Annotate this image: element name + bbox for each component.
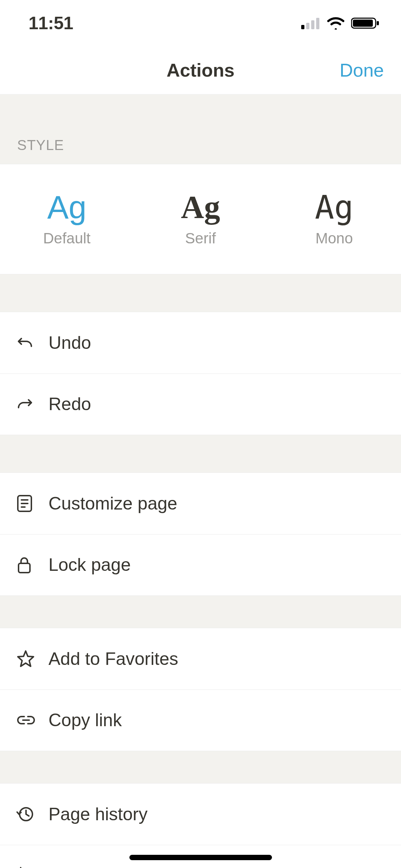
style-label-mono: Mono [315, 230, 353, 247]
undo-label: Undo [48, 332, 91, 353]
show-deleted-label: Show deleted pages [48, 865, 210, 868]
style-label-serif: Serif [185, 230, 216, 247]
restore-icon [16, 867, 48, 868]
star-icon [16, 650, 48, 668]
customize-page-label: Customize page [48, 493, 177, 514]
style-option-default[interactable]: Ag Default [0, 164, 134, 274]
group-favorites-link: Add to Favorites Copy link [0, 628, 401, 751]
home-indicator[interactable] [129, 855, 272, 860]
redo-item[interactable]: Redo [0, 373, 401, 435]
svg-rect-2 [311, 20, 314, 29]
style-option-mono[interactable]: Ag Mono [267, 164, 401, 274]
page-history-label: Page history [48, 804, 148, 825]
style-row: Ag Default Ag Serif Ag Mono [0, 164, 401, 274]
style-option-serif[interactable]: Ag Serif [134, 164, 267, 274]
copy-link-item[interactable]: Copy link [0, 689, 401, 751]
copy-link-label: Copy link [48, 710, 122, 730]
status-time: 11:51 [29, 13, 73, 33]
undo-icon [16, 334, 48, 351]
svg-rect-3 [316, 18, 319, 29]
done-button[interactable]: Done [340, 60, 384, 81]
undo-item[interactable]: Undo [0, 312, 401, 373]
nav-title: Actions [166, 60, 235, 81]
style-sample-default: Ag [47, 191, 86, 223]
svg-rect-1 [306, 23, 309, 29]
group-customize-lock: Customize page Lock page [0, 472, 401, 596]
section-header-style: STYLE [0, 94, 401, 164]
svg-rect-0 [301, 25, 304, 29]
lock-page-item[interactable]: Lock page [0, 534, 401, 595]
page-icon [16, 494, 48, 513]
redo-icon [16, 396, 48, 413]
status-bar: 11:51 [0, 0, 401, 46]
redo-label: Redo [48, 394, 91, 414]
style-label-default: Default [43, 230, 91, 247]
add-favorites-label: Add to Favorites [48, 649, 178, 669]
svg-rect-5 [353, 20, 373, 27]
customize-page-item[interactable]: Customize page [0, 473, 401, 534]
link-icon [16, 713, 48, 727]
spacer [0, 596, 401, 628]
lock-icon [16, 556, 48, 574]
style-sample-serif: Ag [181, 191, 220, 223]
lock-page-label: Lock page [48, 554, 131, 575]
status-icons [301, 17, 380, 30]
nav-bar: Actions Done [0, 46, 401, 94]
battery-icon [351, 17, 380, 30]
style-sample-mono: Ag [315, 191, 353, 223]
spacer [0, 751, 401, 783]
spacer [0, 435, 401, 472]
svg-rect-6 [377, 21, 379, 25]
page-history-item[interactable]: Page history [0, 784, 401, 845]
wifi-icon [327, 17, 345, 30]
section-header-label: STYLE [17, 137, 64, 153]
add-favorites-item[interactable]: Add to Favorites [0, 628, 401, 689]
cellular-icon [301, 17, 320, 29]
history-icon [16, 805, 48, 823]
group-undo-redo: Undo Redo [0, 312, 401, 435]
svg-rect-11 [19, 563, 30, 573]
spacer [0, 274, 401, 312]
